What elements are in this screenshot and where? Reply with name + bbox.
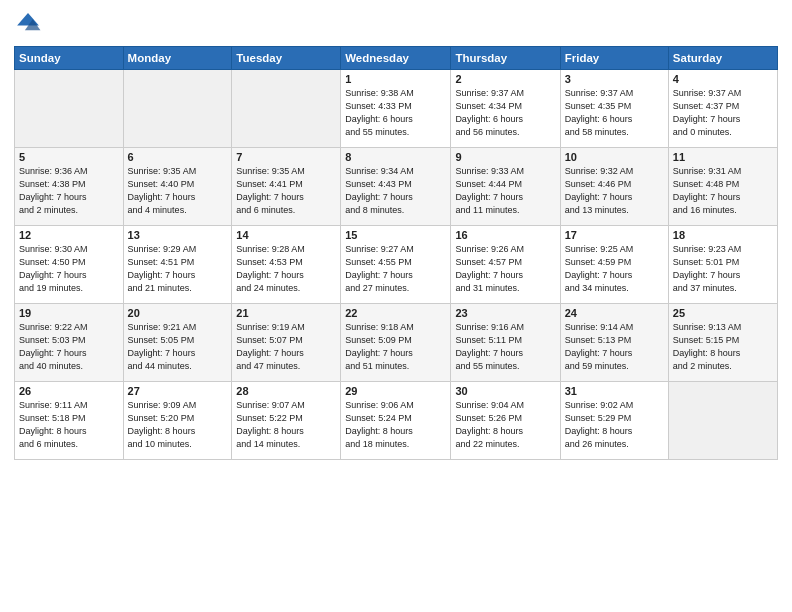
calendar-cell: 4Sunrise: 9:37 AM Sunset: 4:37 PM Daylig… bbox=[668, 70, 777, 148]
day-number: 25 bbox=[673, 307, 773, 319]
calendar-cell: 6Sunrise: 9:35 AM Sunset: 4:40 PM Daylig… bbox=[123, 148, 232, 226]
calendar-cell: 21Sunrise: 9:19 AM Sunset: 5:07 PM Dayli… bbox=[232, 304, 341, 382]
weekday-header-thursday: Thursday bbox=[451, 47, 560, 70]
day-number: 24 bbox=[565, 307, 664, 319]
day-number: 15 bbox=[345, 229, 446, 241]
day-info: Sunrise: 9:29 AM Sunset: 4:51 PM Dayligh… bbox=[128, 243, 228, 295]
day-number: 14 bbox=[236, 229, 336, 241]
calendar-cell: 31Sunrise: 9:02 AM Sunset: 5:29 PM Dayli… bbox=[560, 382, 668, 460]
day-number: 9 bbox=[455, 151, 555, 163]
day-number: 23 bbox=[455, 307, 555, 319]
day-info: Sunrise: 9:35 AM Sunset: 4:40 PM Dayligh… bbox=[128, 165, 228, 217]
day-number: 28 bbox=[236, 385, 336, 397]
calendar-cell: 18Sunrise: 9:23 AM Sunset: 5:01 PM Dayli… bbox=[668, 226, 777, 304]
week-row-4: 19Sunrise: 9:22 AM Sunset: 5:03 PM Dayli… bbox=[15, 304, 778, 382]
week-row-1: 1Sunrise: 9:38 AM Sunset: 4:33 PM Daylig… bbox=[15, 70, 778, 148]
calendar-cell: 15Sunrise: 9:27 AM Sunset: 4:55 PM Dayli… bbox=[341, 226, 451, 304]
calendar-cell: 10Sunrise: 9:32 AM Sunset: 4:46 PM Dayli… bbox=[560, 148, 668, 226]
day-number: 5 bbox=[19, 151, 119, 163]
calendar-cell: 19Sunrise: 9:22 AM Sunset: 5:03 PM Dayli… bbox=[15, 304, 124, 382]
calendar-cell: 25Sunrise: 9:13 AM Sunset: 5:15 PM Dayli… bbox=[668, 304, 777, 382]
day-number: 6 bbox=[128, 151, 228, 163]
day-info: Sunrise: 9:04 AM Sunset: 5:26 PM Dayligh… bbox=[455, 399, 555, 451]
day-info: Sunrise: 9:35 AM Sunset: 4:41 PM Dayligh… bbox=[236, 165, 336, 217]
day-info: Sunrise: 9:33 AM Sunset: 4:44 PM Dayligh… bbox=[455, 165, 555, 217]
day-info: Sunrise: 9:31 AM Sunset: 4:48 PM Dayligh… bbox=[673, 165, 773, 217]
calendar-cell: 13Sunrise: 9:29 AM Sunset: 4:51 PM Dayli… bbox=[123, 226, 232, 304]
calendar-cell: 2Sunrise: 9:37 AM Sunset: 4:34 PM Daylig… bbox=[451, 70, 560, 148]
day-info: Sunrise: 9:06 AM Sunset: 5:24 PM Dayligh… bbox=[345, 399, 446, 451]
calendar-cell: 22Sunrise: 9:18 AM Sunset: 5:09 PM Dayli… bbox=[341, 304, 451, 382]
calendar-cell: 29Sunrise: 9:06 AM Sunset: 5:24 PM Dayli… bbox=[341, 382, 451, 460]
day-info: Sunrise: 9:23 AM Sunset: 5:01 PM Dayligh… bbox=[673, 243, 773, 295]
weekday-header-saturday: Saturday bbox=[668, 47, 777, 70]
day-info: Sunrise: 9:37 AM Sunset: 4:34 PM Dayligh… bbox=[455, 87, 555, 139]
day-number: 3 bbox=[565, 73, 664, 85]
day-info: Sunrise: 9:19 AM Sunset: 5:07 PM Dayligh… bbox=[236, 321, 336, 373]
page: SundayMondayTuesdayWednesdayThursdayFrid… bbox=[0, 0, 792, 612]
day-number: 12 bbox=[19, 229, 119, 241]
logo bbox=[14, 10, 46, 38]
day-info: Sunrise: 9:21 AM Sunset: 5:05 PM Dayligh… bbox=[128, 321, 228, 373]
calendar-cell: 8Sunrise: 9:34 AM Sunset: 4:43 PM Daylig… bbox=[341, 148, 451, 226]
calendar-cell: 26Sunrise: 9:11 AM Sunset: 5:18 PM Dayli… bbox=[15, 382, 124, 460]
day-number: 11 bbox=[673, 151, 773, 163]
day-info: Sunrise: 9:37 AM Sunset: 4:35 PM Dayligh… bbox=[565, 87, 664, 139]
calendar-cell: 9Sunrise: 9:33 AM Sunset: 4:44 PM Daylig… bbox=[451, 148, 560, 226]
calendar-cell: 14Sunrise: 9:28 AM Sunset: 4:53 PM Dayli… bbox=[232, 226, 341, 304]
day-info: Sunrise: 9:36 AM Sunset: 4:38 PM Dayligh… bbox=[19, 165, 119, 217]
day-number: 21 bbox=[236, 307, 336, 319]
calendar-cell: 3Sunrise: 9:37 AM Sunset: 4:35 PM Daylig… bbox=[560, 70, 668, 148]
calendar-cell: 23Sunrise: 9:16 AM Sunset: 5:11 PM Dayli… bbox=[451, 304, 560, 382]
calendar-cell: 27Sunrise: 9:09 AM Sunset: 5:20 PM Dayli… bbox=[123, 382, 232, 460]
calendar-cell: 28Sunrise: 9:07 AM Sunset: 5:22 PM Dayli… bbox=[232, 382, 341, 460]
day-number: 8 bbox=[345, 151, 446, 163]
calendar-table: SundayMondayTuesdayWednesdayThursdayFrid… bbox=[14, 46, 778, 460]
day-number: 22 bbox=[345, 307, 446, 319]
day-number: 16 bbox=[455, 229, 555, 241]
header bbox=[14, 10, 778, 38]
calendar-cell bbox=[668, 382, 777, 460]
day-info: Sunrise: 9:27 AM Sunset: 4:55 PM Dayligh… bbox=[345, 243, 446, 295]
day-info: Sunrise: 9:30 AM Sunset: 4:50 PM Dayligh… bbox=[19, 243, 119, 295]
day-info: Sunrise: 9:07 AM Sunset: 5:22 PM Dayligh… bbox=[236, 399, 336, 451]
calendar-cell bbox=[15, 70, 124, 148]
calendar-cell: 24Sunrise: 9:14 AM Sunset: 5:13 PM Dayli… bbox=[560, 304, 668, 382]
day-info: Sunrise: 9:28 AM Sunset: 4:53 PM Dayligh… bbox=[236, 243, 336, 295]
calendar-cell: 11Sunrise: 9:31 AM Sunset: 4:48 PM Dayli… bbox=[668, 148, 777, 226]
day-number: 20 bbox=[128, 307, 228, 319]
day-number: 27 bbox=[128, 385, 228, 397]
week-row-5: 26Sunrise: 9:11 AM Sunset: 5:18 PM Dayli… bbox=[15, 382, 778, 460]
day-info: Sunrise: 9:11 AM Sunset: 5:18 PM Dayligh… bbox=[19, 399, 119, 451]
day-number: 1 bbox=[345, 73, 446, 85]
week-row-3: 12Sunrise: 9:30 AM Sunset: 4:50 PM Dayli… bbox=[15, 226, 778, 304]
logo-icon bbox=[14, 10, 42, 38]
weekday-header-friday: Friday bbox=[560, 47, 668, 70]
weekday-header-wednesday: Wednesday bbox=[341, 47, 451, 70]
day-info: Sunrise: 9:32 AM Sunset: 4:46 PM Dayligh… bbox=[565, 165, 664, 217]
day-number: 4 bbox=[673, 73, 773, 85]
day-info: Sunrise: 9:18 AM Sunset: 5:09 PM Dayligh… bbox=[345, 321, 446, 373]
day-info: Sunrise: 9:34 AM Sunset: 4:43 PM Dayligh… bbox=[345, 165, 446, 217]
calendar-cell bbox=[123, 70, 232, 148]
day-info: Sunrise: 9:13 AM Sunset: 5:15 PM Dayligh… bbox=[673, 321, 773, 373]
day-info: Sunrise: 9:16 AM Sunset: 5:11 PM Dayligh… bbox=[455, 321, 555, 373]
day-info: Sunrise: 9:38 AM Sunset: 4:33 PM Dayligh… bbox=[345, 87, 446, 139]
day-info: Sunrise: 9:26 AM Sunset: 4:57 PM Dayligh… bbox=[455, 243, 555, 295]
day-number: 18 bbox=[673, 229, 773, 241]
day-info: Sunrise: 9:09 AM Sunset: 5:20 PM Dayligh… bbox=[128, 399, 228, 451]
day-number: 19 bbox=[19, 307, 119, 319]
day-info: Sunrise: 9:02 AM Sunset: 5:29 PM Dayligh… bbox=[565, 399, 664, 451]
calendar-cell: 20Sunrise: 9:21 AM Sunset: 5:05 PM Dayli… bbox=[123, 304, 232, 382]
weekday-header-monday: Monday bbox=[123, 47, 232, 70]
calendar-cell: 30Sunrise: 9:04 AM Sunset: 5:26 PM Dayli… bbox=[451, 382, 560, 460]
day-info: Sunrise: 9:25 AM Sunset: 4:59 PM Dayligh… bbox=[565, 243, 664, 295]
calendar-cell: 5Sunrise: 9:36 AM Sunset: 4:38 PM Daylig… bbox=[15, 148, 124, 226]
day-info: Sunrise: 9:14 AM Sunset: 5:13 PM Dayligh… bbox=[565, 321, 664, 373]
calendar-cell: 16Sunrise: 9:26 AM Sunset: 4:57 PM Dayli… bbox=[451, 226, 560, 304]
calendar-cell: 17Sunrise: 9:25 AM Sunset: 4:59 PM Dayli… bbox=[560, 226, 668, 304]
day-number: 2 bbox=[455, 73, 555, 85]
day-number: 30 bbox=[455, 385, 555, 397]
calendar-cell bbox=[232, 70, 341, 148]
day-info: Sunrise: 9:22 AM Sunset: 5:03 PM Dayligh… bbox=[19, 321, 119, 373]
